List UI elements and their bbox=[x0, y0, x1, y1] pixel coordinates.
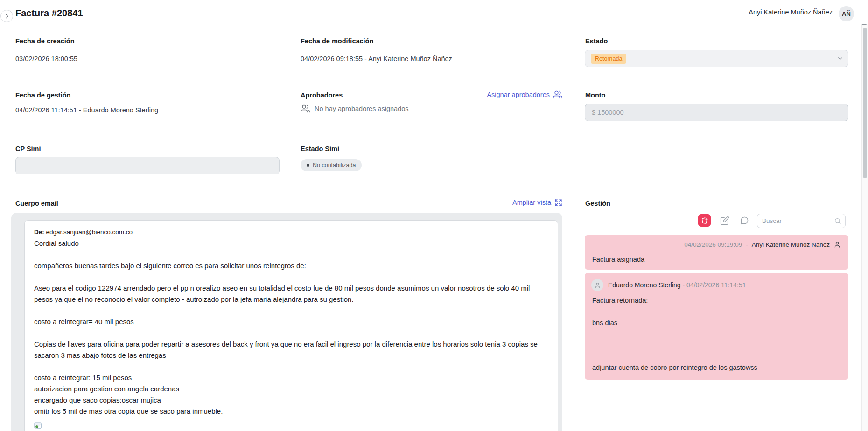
edit-comment-icon[interactable] bbox=[720, 216, 729, 225]
email-body-line: Aseo para el codigo 122974 arrendado per… bbox=[34, 283, 548, 305]
comment-body-line: adjuntar cuenta de cobro por reintegro d… bbox=[592, 362, 757, 373]
monto-label: Monto bbox=[585, 91, 605, 99]
comment-author: Eduardo Moreno Sterling bbox=[608, 281, 681, 289]
status-dot-icon bbox=[307, 164, 309, 167]
current-user-name: Anyi Katerine Muñoz Ñañez bbox=[749, 8, 833, 16]
comment-search-box bbox=[757, 214, 846, 228]
fecha-creacion-label: Fecha de creación bbox=[15, 37, 75, 45]
user-icon bbox=[833, 241, 841, 248]
asignar-aprobadores-link[interactable]: Asignar aprobadores bbox=[487, 90, 562, 99]
select-separator bbox=[833, 55, 833, 63]
email-body-line: omitr los 5 mil de mas otra copia que se… bbox=[34, 406, 548, 417]
estado-label: Estado bbox=[585, 37, 608, 45]
comment-separator: - bbox=[681, 281, 686, 289]
comment-body-line bbox=[592, 340, 757, 351]
fecha-modificacion-value: 04/02/2026 09:18:55 - Anyi Katerine Muño… bbox=[301, 55, 452, 63]
email-body-line bbox=[34, 327, 548, 339]
email-body-lines: Cordial saludocompañeros buenas tardes b… bbox=[34, 238, 548, 417]
asignar-aprobadores-label: Asignar aprobadores bbox=[487, 91, 550, 98]
fecha-modificacion-label: Fecha de modificación bbox=[301, 37, 373, 45]
gestion-label: Gestión bbox=[585, 200, 610, 207]
email-from-value: edgar.sanjuan@bienco.com.co bbox=[44, 229, 133, 236]
comment-body: Factura asignada bbox=[592, 256, 644, 263]
scrollbar-thumb[interactable] bbox=[863, 28, 867, 178]
aprobadores-label: Aprobadores bbox=[301, 91, 343, 99]
comment-body-line bbox=[592, 306, 757, 317]
gestion-toolbar bbox=[585, 214, 848, 228]
ampliar-vista-label: Ampliar vista bbox=[512, 199, 551, 206]
cp-simi-input[interactable] bbox=[15, 157, 280, 174]
estado-simi-badge: No contabilizada bbox=[301, 159, 362, 171]
email-body-line: Copias de llaves para oficina para poder… bbox=[34, 339, 548, 361]
expand-icon bbox=[554, 199, 562, 207]
broken-image-icon bbox=[34, 422, 548, 430]
comment-timestamp: 04/02/2026 11:14:51 bbox=[686, 281, 746, 289]
user-avatar-icon bbox=[591, 279, 603, 291]
comment-card[interactable]: 04/02/2026 09:19:09 - Anyi Katerine Muño… bbox=[585, 235, 848, 270]
email-body-line: autorizacion para gestion con angela car… bbox=[34, 383, 548, 395]
monto-input[interactable]: $ 1500000 bbox=[585, 104, 848, 121]
email-body-line bbox=[34, 305, 548, 316]
cp-simi-label: CP Simi bbox=[15, 145, 41, 153]
comment-body-line bbox=[592, 328, 757, 340]
email-body-card[interactable]: De: edgar.sanjuan@bienco.com.co Cordial … bbox=[24, 220, 558, 431]
comment-search-input[interactable] bbox=[757, 214, 830, 228]
comment-body-line bbox=[592, 351, 757, 362]
email-body-line: costo a reintegrar= 40 mil pesos bbox=[34, 316, 548, 327]
email-body-panel: De: edgar.sanjuan@bienco.com.co Cordial … bbox=[11, 213, 562, 431]
comment-timestamp: 04/02/2026 09:19:09 bbox=[684, 241, 742, 248]
delete-comment-button[interactable] bbox=[698, 214, 711, 227]
estado-selected-badge: Retornada bbox=[591, 54, 626, 64]
email-body-line: compañeros buenas tardes bajo el siguien… bbox=[34, 260, 548, 271]
email-body-line bbox=[34, 271, 548, 283]
fecha-creacion-value: 03/02/2026 18:00:55 bbox=[15, 55, 77, 63]
chevron-right-icon bbox=[4, 14, 10, 19]
page-title: Factura #20841 bbox=[15, 8, 83, 19]
email-from-label: De: bbox=[34, 229, 44, 236]
comment-body-lines: Factura retornada:bns diasadjuntar cuent… bbox=[592, 295, 757, 373]
comment-header: Eduardo Moreno Sterling - 04/02/2026 11:… bbox=[608, 281, 746, 289]
search-icon bbox=[834, 217, 841, 225]
monto-value: $ 1500000 bbox=[592, 109, 624, 116]
users-group-icon bbox=[301, 104, 310, 113]
users-group-icon bbox=[553, 90, 562, 99]
comment-body-line: Factura retornada: bbox=[592, 295, 757, 306]
collapse-panel-button[interactable] bbox=[0, 10, 13, 22]
comment-header: 04/02/2026 09:19:09 - Anyi Katerine Muño… bbox=[684, 241, 841, 248]
trash-icon bbox=[700, 216, 708, 224]
comment-card[interactable]: Eduardo Moreno Sterling - 04/02/2026 11:… bbox=[585, 273, 848, 380]
fecha-gestion-value: 04/02/2026 11:14:51 - Eduardo Moreno Ste… bbox=[15, 106, 158, 114]
email-body-line: encargado que saco copias:oscar mujica bbox=[34, 395, 548, 406]
estado-simi-label: Estado Simi bbox=[301, 145, 339, 153]
estado-simi-badge-label: No contabilizada bbox=[313, 162, 356, 168]
email-body-line bbox=[34, 361, 548, 372]
email-body-line: Cordial saludo bbox=[34, 238, 548, 249]
estado-select[interactable]: Retornada bbox=[585, 50, 848, 67]
chevron-down-icon[interactable] bbox=[837, 55, 844, 62]
cuerpo-email-label: Cuerpo email bbox=[15, 200, 58, 207]
comment-bubble-icon[interactable] bbox=[740, 216, 749, 225]
ampliar-vista-link[interactable]: Ampliar vista bbox=[512, 199, 562, 207]
comment-separator: - bbox=[746, 241, 748, 248]
email-from-line: De: edgar.sanjuan@bienco.com.co bbox=[34, 227, 548, 238]
comment-body-line: bns dias bbox=[592, 317, 757, 328]
top-header: Factura #20841 Anyi Katerine Muñoz Ñañez… bbox=[0, 0, 868, 24]
user-avatar[interactable]: AÑ bbox=[839, 6, 854, 21]
email-body-line bbox=[34, 249, 548, 260]
comment-author: Anyi Katerine Muñoz Ñañez bbox=[752, 241, 830, 248]
email-body-line: costo a reintegrar: 15 mil pesos bbox=[34, 372, 548, 383]
fecha-gestion-label: Fecha de gestión bbox=[15, 91, 70, 99]
aprobadores-empty-text: No hay aprobadores asignados bbox=[315, 105, 409, 112]
